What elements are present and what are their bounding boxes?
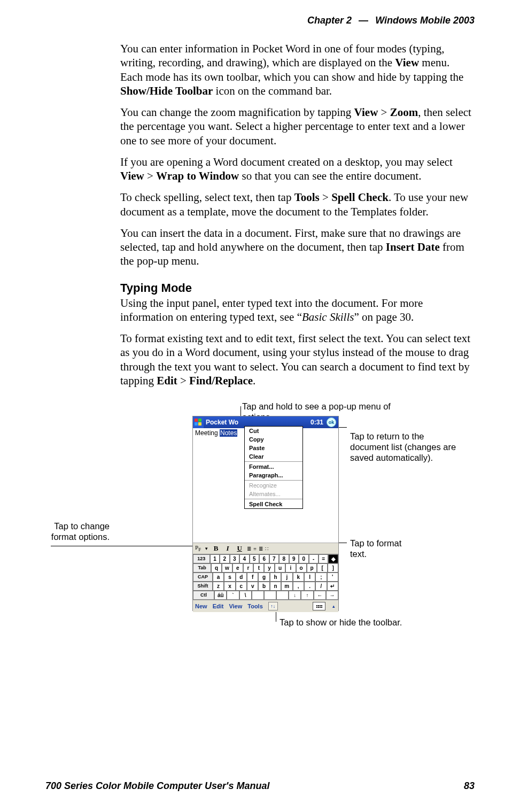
- menu-item-spell-check[interactable]: Spell Check: [245, 500, 302, 508]
- sip-key[interactable]: ↓: [289, 591, 301, 600]
- sip-key[interactable]: n: [270, 582, 281, 591]
- sip-key[interactable]: Ctl: [193, 591, 214, 600]
- sip-key[interactable]: z: [213, 582, 224, 591]
- menu-item-copy[interactable]: Copy: [245, 435, 302, 444]
- para-5: You can insert the data in a document. F…: [120, 226, 475, 268]
- sip-key[interactable]: c: [236, 582, 247, 591]
- sip-key[interactable]: 0: [299, 554, 308, 563]
- sip-key[interactable]: i: [285, 563, 296, 573]
- menu-item-format[interactable]: Format...: [245, 462, 302, 471]
- sip-key[interactable]: ': [327, 573, 338, 582]
- menu-view[interactable]: View: [229, 603, 242, 609]
- sip-key[interactable]: 5: [250, 554, 259, 563]
- bullets-icon[interactable]: ∷: [265, 546, 268, 552]
- sip-key[interactable]: ←: [314, 591, 326, 600]
- sip-key[interactable]: →: [326, 591, 338, 600]
- sip-key[interactable]: 2: [220, 554, 229, 563]
- italic-button[interactable]: I: [223, 544, 232, 553]
- sip-key[interactable]: v: [247, 582, 258, 591]
- sip-key[interactable]: 6: [259, 554, 269, 563]
- document-area[interactable]: Meeting Notes Cut Copy Paste Clear Forma…: [193, 428, 338, 543]
- sip-key[interactable]: t: [253, 563, 264, 573]
- show-hide-toolbar-button[interactable]: ↑↓: [268, 602, 278, 610]
- sip-key[interactable]: f: [247, 573, 258, 582]
- menu-edit[interactable]: Edit: [213, 603, 224, 609]
- para-7: To format existing text and to edit text…: [120, 331, 475, 388]
- align-left-icon[interactable]: ≣: [247, 546, 250, 552]
- menu-new[interactable]: New: [195, 603, 207, 609]
- menu-item-clear[interactable]: Clear: [245, 452, 302, 461]
- sip-key[interactable]: [252, 591, 264, 600]
- sip-key[interactable]: s: [224, 573, 235, 582]
- sip-key[interactable]: \: [239, 591, 252, 600]
- sip-key[interactable]: g: [258, 573, 269, 582]
- sip-key[interactable]: [276, 591, 289, 600]
- bold-button[interactable]: B: [212, 544, 220, 553]
- ok-button[interactable]: ok: [327, 417, 336, 427]
- sip-key[interactable]: 4: [239, 554, 249, 563]
- sip-key[interactable]: Shift: [193, 582, 213, 591]
- callout-format-text: Tap to format text.: [350, 538, 405, 560]
- chevron-down-icon[interactable]: ▼: [204, 546, 208, 551]
- sip-key[interactable]: a: [213, 573, 224, 582]
- sip-key[interactable]: /: [315, 582, 327, 591]
- menu-item-paste[interactable]: Paste: [245, 444, 302, 452]
- sip-key[interactable]: .: [304, 582, 315, 591]
- svg-rect-0: [195, 419, 198, 422]
- underline-button[interactable]: U: [235, 544, 244, 553]
- sip-key[interactable]: q: [211, 563, 222, 573]
- header-title: Windows Mobile 2003: [375, 15, 475, 26]
- sip-key[interactable]: ;: [315, 573, 327, 582]
- sip-key[interactable]: [: [317, 563, 328, 573]
- menu-separator: [245, 499, 302, 499]
- sip-key[interactable]: ↵: [327, 582, 338, 591]
- start-icon[interactable]: [193, 416, 204, 428]
- sip-row: CAPasdfghjkl;': [193, 573, 338, 582]
- sip-key[interactable]: y: [264, 563, 275, 573]
- menu-tools[interactable]: Tools: [247, 603, 263, 609]
- sip-key[interactable]: ]: [328, 563, 338, 573]
- sip-key[interactable]: áü: [214, 591, 227, 600]
- align-right-icon[interactable]: ≣: [259, 546, 262, 552]
- sip-key[interactable]: h: [270, 573, 281, 582]
- sip-key[interactable]: ◆: [328, 554, 338, 563]
- sip-key[interactable]: 7: [269, 554, 279, 563]
- sip-key[interactable]: p: [307, 563, 317, 573]
- sip-key[interactable]: ↑: [301, 591, 313, 600]
- sip-key[interactable]: w: [222, 563, 232, 573]
- sip-key[interactable]: r: [243, 563, 254, 573]
- sip-key[interactable]: Tab: [193, 563, 211, 573]
- sip-key[interactable]: 1: [210, 554, 220, 563]
- sip-key[interactable]: k: [293, 573, 304, 582]
- sip-selector-icon[interactable]: ▴: [331, 604, 336, 609]
- sip-key[interactable]: [264, 591, 276, 600]
- svg-rect-2: [195, 422, 198, 426]
- para-6: Using the input panel, enter typed text …: [120, 296, 475, 324]
- footer-manual-title: 700 Series Color Mobile Computer User's …: [45, 780, 269, 792]
- sip-key[interactable]: -: [309, 554, 319, 563]
- format-options-button[interactable]: PF: [195, 544, 201, 552]
- menu-item-cut[interactable]: Cut: [245, 427, 302, 435]
- sip-key[interactable]: j: [281, 573, 292, 582]
- sip-key[interactable]: 123: [193, 554, 210, 563]
- sip-key[interactable]: CAP: [193, 573, 213, 582]
- sip-key[interactable]: d: [236, 573, 247, 582]
- sip-key[interactable]: o: [296, 563, 307, 573]
- sip-key[interactable]: l: [304, 573, 315, 582]
- figure-pocket-word: Tap and hold to see a pop-up menu of act…: [51, 401, 405, 637]
- sip-key[interactable]: `: [227, 591, 239, 600]
- sip-key[interactable]: b: [258, 582, 269, 591]
- sip-key[interactable]: e: [232, 563, 243, 573]
- sip-key[interactable]: 8: [279, 554, 289, 563]
- sip-key[interactable]: x: [224, 582, 235, 591]
- sip-key[interactable]: u: [275, 563, 285, 573]
- running-header: Chapter 2 — Windows Mobile 2003: [45, 15, 475, 26]
- sip-toggle-icon[interactable]: [313, 602, 325, 610]
- sip-key[interactable]: 9: [289, 554, 299, 563]
- sip-key[interactable]: =: [319, 554, 328, 563]
- sip-key[interactable]: m: [281, 582, 292, 591]
- sip-key[interactable]: 3: [230, 554, 239, 563]
- align-center-icon[interactable]: ≡: [253, 546, 255, 552]
- sip-key[interactable]: ,: [293, 582, 304, 591]
- menu-item-paragraph[interactable]: Paragraph...: [245, 471, 302, 480]
